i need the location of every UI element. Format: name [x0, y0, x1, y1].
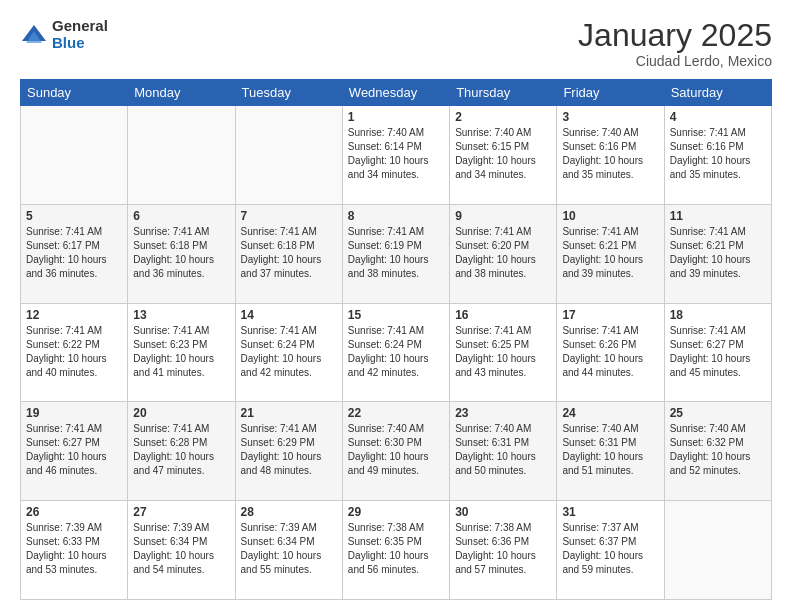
day-info: Sunrise: 7:37 AMSunset: 6:37 PMDaylight:…: [562, 521, 658, 577]
table-row: 7Sunrise: 7:41 AMSunset: 6:18 PMDaylight…: [235, 204, 342, 303]
day-info: Sunrise: 7:41 AMSunset: 6:21 PMDaylight:…: [562, 225, 658, 281]
day-number: 6: [133, 209, 229, 223]
table-row: 25Sunrise: 7:40 AMSunset: 6:32 PMDayligh…: [664, 402, 771, 501]
day-number: 22: [348, 406, 444, 420]
table-row: [21, 106, 128, 205]
day-info: Sunrise: 7:39 AMSunset: 6:34 PMDaylight:…: [241, 521, 337, 577]
day-info: Sunrise: 7:41 AMSunset: 6:26 PMDaylight:…: [562, 324, 658, 380]
day-info: Sunrise: 7:38 AMSunset: 6:35 PMDaylight:…: [348, 521, 444, 577]
table-row: 3Sunrise: 7:40 AMSunset: 6:16 PMDaylight…: [557, 106, 664, 205]
logo-general: General: [52, 18, 108, 35]
day-number: 27: [133, 505, 229, 519]
col-tuesday: Tuesday: [235, 80, 342, 106]
table-row: 14Sunrise: 7:41 AMSunset: 6:24 PMDayligh…: [235, 303, 342, 402]
day-number: 13: [133, 308, 229, 322]
title-month: January 2025: [578, 18, 772, 53]
day-info: Sunrise: 7:38 AMSunset: 6:36 PMDaylight:…: [455, 521, 551, 577]
col-wednesday: Wednesday: [342, 80, 449, 106]
table-row: 10Sunrise: 7:41 AMSunset: 6:21 PMDayligh…: [557, 204, 664, 303]
col-thursday: Thursday: [450, 80, 557, 106]
table-row: 12Sunrise: 7:41 AMSunset: 6:22 PMDayligh…: [21, 303, 128, 402]
table-row: 4Sunrise: 7:41 AMSunset: 6:16 PMDaylight…: [664, 106, 771, 205]
day-number: 12: [26, 308, 122, 322]
day-number: 25: [670, 406, 766, 420]
table-row: 6Sunrise: 7:41 AMSunset: 6:18 PMDaylight…: [128, 204, 235, 303]
day-number: 28: [241, 505, 337, 519]
day-info: Sunrise: 7:41 AMSunset: 6:16 PMDaylight:…: [670, 126, 766, 182]
table-row: 31Sunrise: 7:37 AMSunset: 6:37 PMDayligh…: [557, 501, 664, 600]
col-sunday: Sunday: [21, 80, 128, 106]
table-row: 1Sunrise: 7:40 AMSunset: 6:14 PMDaylight…: [342, 106, 449, 205]
day-number: 7: [241, 209, 337, 223]
page: General Blue January 2025 Ciudad Lerdo, …: [0, 0, 792, 612]
table-row: 2Sunrise: 7:40 AMSunset: 6:15 PMDaylight…: [450, 106, 557, 205]
table-row: 17Sunrise: 7:41 AMSunset: 6:26 PMDayligh…: [557, 303, 664, 402]
day-number: 3: [562, 110, 658, 124]
day-number: 31: [562, 505, 658, 519]
day-number: 10: [562, 209, 658, 223]
table-row: 24Sunrise: 7:40 AMSunset: 6:31 PMDayligh…: [557, 402, 664, 501]
table-row: 9Sunrise: 7:41 AMSunset: 6:20 PMDaylight…: [450, 204, 557, 303]
table-row: 5Sunrise: 7:41 AMSunset: 6:17 PMDaylight…: [21, 204, 128, 303]
day-info: Sunrise: 7:41 AMSunset: 6:24 PMDaylight:…: [241, 324, 337, 380]
logo: General Blue: [20, 18, 108, 51]
day-number: 26: [26, 505, 122, 519]
day-number: 8: [348, 209, 444, 223]
day-number: 14: [241, 308, 337, 322]
day-info: Sunrise: 7:40 AMSunset: 6:30 PMDaylight:…: [348, 422, 444, 478]
day-info: Sunrise: 7:39 AMSunset: 6:33 PMDaylight:…: [26, 521, 122, 577]
logo-blue: Blue: [52, 35, 108, 52]
table-row: 21Sunrise: 7:41 AMSunset: 6:29 PMDayligh…: [235, 402, 342, 501]
day-number: 18: [670, 308, 766, 322]
day-info: Sunrise: 7:40 AMSunset: 6:31 PMDaylight:…: [562, 422, 658, 478]
day-number: 16: [455, 308, 551, 322]
day-number: 30: [455, 505, 551, 519]
day-number: 17: [562, 308, 658, 322]
table-row: 23Sunrise: 7:40 AMSunset: 6:31 PMDayligh…: [450, 402, 557, 501]
day-info: Sunrise: 7:40 AMSunset: 6:31 PMDaylight:…: [455, 422, 551, 478]
calendar-week-row: 12Sunrise: 7:41 AMSunset: 6:22 PMDayligh…: [21, 303, 772, 402]
day-info: Sunrise: 7:41 AMSunset: 6:20 PMDaylight:…: [455, 225, 551, 281]
day-number: 1: [348, 110, 444, 124]
day-number: 29: [348, 505, 444, 519]
day-info: Sunrise: 7:40 AMSunset: 6:16 PMDaylight:…: [562, 126, 658, 182]
day-info: Sunrise: 7:41 AMSunset: 6:28 PMDaylight:…: [133, 422, 229, 478]
title-block: January 2025 Ciudad Lerdo, Mexico: [578, 18, 772, 69]
table-row: 22Sunrise: 7:40 AMSunset: 6:30 PMDayligh…: [342, 402, 449, 501]
table-row: 20Sunrise: 7:41 AMSunset: 6:28 PMDayligh…: [128, 402, 235, 501]
table-row: 11Sunrise: 7:41 AMSunset: 6:21 PMDayligh…: [664, 204, 771, 303]
table-row: 26Sunrise: 7:39 AMSunset: 6:33 PMDayligh…: [21, 501, 128, 600]
day-info: Sunrise: 7:41 AMSunset: 6:23 PMDaylight:…: [133, 324, 229, 380]
col-saturday: Saturday: [664, 80, 771, 106]
logo-text: General Blue: [52, 18, 108, 51]
day-info: Sunrise: 7:40 AMSunset: 6:14 PMDaylight:…: [348, 126, 444, 182]
day-info: Sunrise: 7:41 AMSunset: 6:21 PMDaylight:…: [670, 225, 766, 281]
table-row: 29Sunrise: 7:38 AMSunset: 6:35 PMDayligh…: [342, 501, 449, 600]
day-info: Sunrise: 7:41 AMSunset: 6:25 PMDaylight:…: [455, 324, 551, 380]
day-info: Sunrise: 7:40 AMSunset: 6:32 PMDaylight:…: [670, 422, 766, 478]
table-row: [664, 501, 771, 600]
table-row: 16Sunrise: 7:41 AMSunset: 6:25 PMDayligh…: [450, 303, 557, 402]
day-number: 5: [26, 209, 122, 223]
col-friday: Friday: [557, 80, 664, 106]
table-row: 19Sunrise: 7:41 AMSunset: 6:27 PMDayligh…: [21, 402, 128, 501]
title-location: Ciudad Lerdo, Mexico: [578, 53, 772, 69]
day-info: Sunrise: 7:41 AMSunset: 6:18 PMDaylight:…: [241, 225, 337, 281]
calendar-week-row: 1Sunrise: 7:40 AMSunset: 6:14 PMDaylight…: [21, 106, 772, 205]
calendar-week-row: 5Sunrise: 7:41 AMSunset: 6:17 PMDaylight…: [21, 204, 772, 303]
day-info: Sunrise: 7:41 AMSunset: 6:19 PMDaylight:…: [348, 225, 444, 281]
day-info: Sunrise: 7:41 AMSunset: 6:27 PMDaylight:…: [670, 324, 766, 380]
table-row: [128, 106, 235, 205]
day-number: 9: [455, 209, 551, 223]
table-row: 18Sunrise: 7:41 AMSunset: 6:27 PMDayligh…: [664, 303, 771, 402]
day-info: Sunrise: 7:41 AMSunset: 6:22 PMDaylight:…: [26, 324, 122, 380]
day-info: Sunrise: 7:39 AMSunset: 6:34 PMDaylight:…: [133, 521, 229, 577]
calendar-table: Sunday Monday Tuesday Wednesday Thursday…: [20, 79, 772, 600]
logo-icon: [20, 21, 48, 49]
day-number: 19: [26, 406, 122, 420]
day-info: Sunrise: 7:41 AMSunset: 6:24 PMDaylight:…: [348, 324, 444, 380]
day-info: Sunrise: 7:41 AMSunset: 6:18 PMDaylight:…: [133, 225, 229, 281]
day-info: Sunrise: 7:40 AMSunset: 6:15 PMDaylight:…: [455, 126, 551, 182]
table-row: 28Sunrise: 7:39 AMSunset: 6:34 PMDayligh…: [235, 501, 342, 600]
header: General Blue January 2025 Ciudad Lerdo, …: [20, 18, 772, 69]
